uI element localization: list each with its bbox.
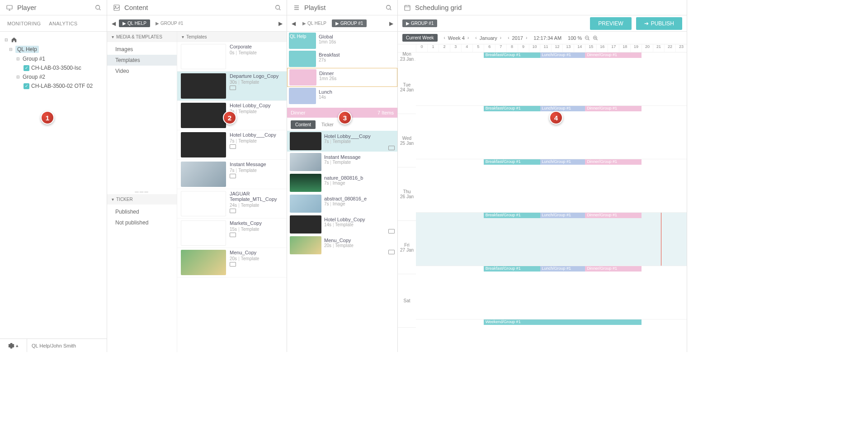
cat-video[interactable]: Video bbox=[107, 66, 177, 76]
schedule-event[interactable]: Breakfast/Group #1 bbox=[484, 213, 540, 218]
schedule-event[interactable]: Lunch/Group #1 bbox=[540, 213, 585, 218]
template-item[interactable]: Corporate 0s|Template bbox=[177, 42, 287, 71]
schedule-event[interactable]: Breakfast/Group #1 bbox=[484, 159, 540, 165]
search-icon[interactable] bbox=[275, 5, 281, 11]
svg-rect-6 bbox=[405, 5, 410, 10]
tree-qlhelp[interactable]: ⊟ QL Help bbox=[0, 44, 107, 54]
cat-images[interactable]: Images bbox=[107, 44, 177, 55]
playlist-content-item[interactable]: Hotel Lobby___Copy 7s | Template bbox=[287, 131, 397, 152]
schedule-event[interactable]: Dinner/Group #1 bbox=[585, 159, 642, 165]
template-item[interactable]: Hotel Lobby___Copy 7s|Template bbox=[177, 130, 287, 160]
player-tree: ⊟ ⊟ QL Help ⊟ Group #1 ✓ CH-LAB-03-3500-… bbox=[0, 32, 107, 94]
tree-group1[interactable]: ⊟ Group #1 bbox=[0, 54, 107, 63]
cat-templates[interactable]: Templates bbox=[107, 55, 177, 66]
hour-cell: 18 bbox=[619, 44, 630, 52]
schedule-event[interactable]: Lunch/Group #1 bbox=[540, 52, 585, 58]
checkbox-icon[interactable]: ✓ bbox=[24, 65, 29, 71]
schedule-event[interactable]: Dinner/Group #1 bbox=[585, 106, 642, 111]
chevron-right-icon[interactable]: › bbox=[526, 35, 527, 40]
chevron-left-icon[interactable]: ‹ bbox=[508, 35, 509, 40]
ticker-header[interactable]: ▾ TICKER bbox=[107, 194, 177, 205]
ticker-not-published[interactable]: Not published bbox=[107, 217, 177, 228]
template-item[interactable]: Markets_Copy 15s|Template bbox=[177, 219, 287, 248]
schedule-event[interactable]: Weekend/Group #1 bbox=[484, 319, 642, 325]
template-item[interactable]: Menu_Copy 20s|Template bbox=[177, 248, 287, 277]
zoom-out-icon[interactable] bbox=[585, 35, 590, 41]
schedule-event[interactable]: Dinner/Group #1 bbox=[585, 266, 642, 272]
month-label[interactable]: January bbox=[480, 35, 497, 41]
tree-group2[interactable]: ⊟ Group #2 bbox=[0, 72, 107, 81]
settings-menu[interactable]: ▴ bbox=[0, 339, 27, 352]
playlist-item[interactable]: Lunch 14s bbox=[287, 87, 397, 105]
schedule-day-row[interactable]: Breakfast/Group #1Lunch/Group #1Dinner/G… bbox=[416, 52, 687, 106]
playlist-item[interactable]: Breakfast 27s bbox=[287, 50, 397, 68]
schedule-event[interactable]: Lunch/Group #1 bbox=[540, 106, 585, 111]
collapse-icon[interactable]: ⊟ bbox=[16, 75, 21, 79]
playlist-content-item[interactable]: nature_080816_b 7s | Image bbox=[287, 172, 397, 193]
templates-list-header[interactable]: ▾ Templates bbox=[177, 32, 287, 42]
crumb-qlhelp[interactable]: ▶QL HELP bbox=[299, 19, 330, 27]
schedule-day-row[interactable]: Breakfast/Group #1Lunch/Group #1Dinner/G… bbox=[416, 159, 687, 213]
pl-tab-content[interactable]: Content bbox=[291, 120, 316, 129]
week-label[interactable]: Week 4 bbox=[448, 35, 465, 41]
schedule-event[interactable]: Breakfast/Group #1 bbox=[484, 106, 540, 111]
schedule-day-row[interactable]: Weekend/Group #1 bbox=[416, 319, 687, 352]
collapse-icon[interactable]: ⊟ bbox=[16, 57, 21, 61]
resize-handle[interactable]: ═══ bbox=[107, 190, 177, 194]
checkbox-icon[interactable]: ✓ bbox=[24, 83, 29, 89]
template-item[interactable]: Instant Message 7s|Template bbox=[177, 160, 287, 189]
content-name: abstract_080816_e bbox=[324, 196, 395, 201]
media-templates-header[interactable]: ▾ MEDIA & TEMPLATES bbox=[107, 32, 177, 42]
next-icon[interactable]: ▶ bbox=[277, 20, 284, 27]
ticker-published[interactable]: Published bbox=[107, 206, 177, 217]
search-icon[interactable] bbox=[95, 5, 101, 11]
schedule-event[interactable]: Dinner/Group #1 bbox=[585, 213, 642, 218]
tree-player-item[interactable]: ✓ CH-LAB-03-3500-lsc bbox=[0, 63, 107, 72]
hour-cell: 15 bbox=[585, 44, 596, 52]
chevron-right-icon[interactable]: › bbox=[467, 35, 469, 40]
pl-tab-ticker[interactable]: Ticker bbox=[317, 120, 338, 129]
next-icon[interactable]: ▶ bbox=[387, 20, 395, 27]
search-icon[interactable] bbox=[386, 5, 392, 11]
crumb-group[interactable]: ▶GROUP #1 bbox=[332, 19, 367, 27]
collapse-icon[interactable]: ⊟ bbox=[9, 47, 14, 52]
template-item[interactable]: Departure Logo_Copy 30s|Template bbox=[177, 71, 287, 101]
tree-home[interactable]: ⊟ bbox=[0, 35, 107, 44]
hour-cell: 9 bbox=[518, 44, 529, 52]
playlist-content-item[interactable]: Hotel Lobby_Copy 14s | Template bbox=[287, 214, 397, 235]
year-label[interactable]: 2017 bbox=[512, 35, 523, 41]
zoom-controls: 100 % bbox=[568, 35, 598, 41]
publish-button[interactable]: ➔ PUBLISH bbox=[636, 17, 682, 30]
schedule-event[interactable]: Lunch/Group #1 bbox=[540, 159, 585, 165]
screen-icon bbox=[230, 209, 236, 213]
playlist-content-item[interactable]: Menu_Copy 20s | Template bbox=[287, 235, 397, 256]
chevron-left-icon[interactable]: ‹ bbox=[444, 35, 445, 40]
playlist-item[interactable]: QL Help Global 1mn 16s bbox=[287, 32, 397, 50]
content-meta: Instant Message 7s | Template bbox=[324, 153, 395, 171]
schedule-day-row[interactable]: Breakfast/Group #1Lunch/Group #1Dinner/G… bbox=[416, 213, 687, 266]
prev-icon[interactable]: ◀ bbox=[110, 20, 117, 27]
schedule-event[interactable]: Breakfast/Group #1 bbox=[484, 52, 540, 58]
grid-column[interactable]: 01234567891011121314151617181920212223 B… bbox=[416, 44, 687, 352]
playlist-item[interactable]: Dinner 1mn 26s bbox=[287, 68, 397, 87]
tree-player-item[interactable]: ✓ CH-LAB-3500-02 OTF 02 bbox=[0, 81, 107, 91]
schedule-event[interactable]: Breakfast/Group #1 bbox=[484, 266, 540, 272]
crumb-group[interactable]: ▶GROUP #1 bbox=[402, 19, 437, 27]
zoom-in-icon[interactable] bbox=[593, 35, 598, 41]
playlist-content-item[interactable]: abstract_080816_e 7s | Image bbox=[287, 193, 397, 214]
collapse-icon[interactable]: ⊟ bbox=[5, 38, 9, 42]
schedule-event[interactable]: Lunch/Group #1 bbox=[540, 266, 585, 272]
preview-button[interactable]: PREVIEW bbox=[590, 17, 631, 30]
schedule-day-row[interactable]: Breakfast/Group #1Lunch/Group #1Dinner/G… bbox=[416, 266, 687, 319]
chevron-left-icon[interactable]: ‹ bbox=[475, 35, 476, 40]
template-item[interactable]: JAGUAR Template_MTL_Copy 24s|Template bbox=[177, 189, 287, 219]
crumb-qlhelp[interactable]: ▶QL HELP bbox=[119, 19, 150, 27]
current-week-button[interactable]: Current Week bbox=[402, 34, 438, 42]
schedule-event[interactable]: Dinner/Group #1 bbox=[585, 52, 642, 58]
tab-analytics[interactable]: ANALYTICS bbox=[49, 21, 77, 26]
chevron-right-icon[interactable]: › bbox=[500, 35, 501, 40]
tab-monitoring[interactable]: MONITORING bbox=[7, 21, 41, 26]
prev-icon[interactable]: ◀ bbox=[290, 20, 297, 27]
crumb-group[interactable]: ▶GROUP #1 bbox=[152, 19, 187, 27]
playlist-content-item[interactable]: Instant Message 7s | Template bbox=[287, 152, 397, 172]
